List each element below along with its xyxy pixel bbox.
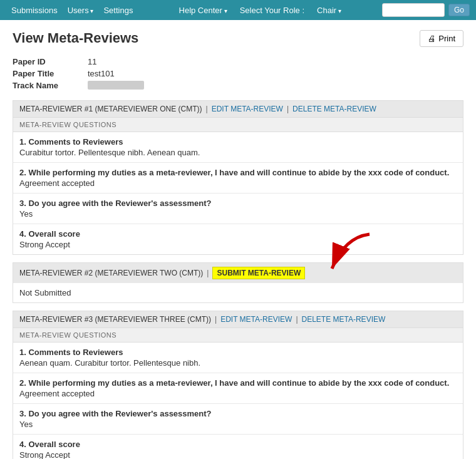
reviewer-section-3: META-REVIEWER #3 (METAREVIEWER THREE (CM…	[13, 311, 463, 459]
nav-search-input[interactable]	[382, 3, 445, 17]
r1-question-3: 3. Do you agree with the Reviewer's asse…	[13, 193, 463, 224]
paper-id-label: Paper ID	[13, 57, 88, 66]
paper-info: Paper ID 11 Paper Title test101 Track Na…	[13, 57, 463, 90]
r1-q4-text: 4. Overall score	[19, 229, 457, 239]
paper-title-value: test101	[88, 69, 115, 78]
r3-q2-text: 2. While performing my duties as a meta-…	[19, 378, 457, 388]
reviewer-3-sep2: |	[296, 315, 298, 324]
paper-title-row: Paper Title test101	[13, 69, 463, 78]
r3-q4-text: 4. Overall score	[19, 440, 457, 449]
reviewer-2-header: META-REVIEWER #2 (METAREVIEWER TWO (CMT)…	[13, 263, 463, 283]
r3-question-3: 3. Do you agree with the Reviewer's asse…	[13, 404, 463, 435]
paper-id-row: Paper ID 11	[13, 57, 463, 66]
nav-users[interactable]: Users	[63, 6, 99, 15]
reviewer-1-delete-link[interactable]: DELETE META-REVIEW	[292, 105, 376, 113]
reviewer-3-edit-link[interactable]: EDIT META-REVIEW	[220, 315, 292, 324]
page-header: View Meta-Reviews 🖨 Print	[13, 30, 463, 47]
r1-question-1: 1. Comments to Reviewers Curabitur torto…	[13, 132, 463, 163]
r1-q1-text: 1. Comments to Reviewers	[19, 137, 457, 147]
r3-q3-answer: Yes	[19, 420, 457, 429]
reviewer-1-header: META-REVIEWER #1 (METAREVIEWER ONE (CMT)…	[13, 101, 463, 117]
r1-q1-answer: Curabitur tortor. Pellentesque nibh. Aen…	[19, 148, 457, 157]
printer-icon: 🖨	[428, 34, 436, 43]
nav-center: Help Center Select Your Role : Chair	[174, 6, 346, 15]
r3-q3-text: 3. Do you agree with the Reviewer's asse…	[19, 409, 457, 418]
reviewer-1-sep2: |	[287, 105, 289, 113]
nav-submissions[interactable]: Submissions	[6, 6, 63, 15]
nav-right: Go	[382, 3, 470, 17]
nav-chair[interactable]: Chair	[312, 6, 346, 15]
reviewer-1-name: META-REVIEWER #1 (METAREVIEWER ONE (CMT)…	[19, 105, 202, 113]
reviewer-2-submit-link[interactable]: SUBMIT META-REVIEW	[212, 267, 305, 279]
reviewer-2-wrapper: META-REVIEWER #2 (METAREVIEWER TWO (CMT)…	[13, 262, 463, 303]
nav-left: Submissions Users Settings	[6, 6, 138, 15]
print-label: Print	[438, 34, 455, 43]
r1-q3-answer: Yes	[19, 209, 457, 219]
r3-question-2: 2. While performing my duties as a meta-…	[13, 373, 463, 404]
nav-select-role-label: Select Your Role :	[235, 6, 309, 15]
r3-q2-answer: Agreement accepted	[19, 389, 457, 398]
track-name-label: Track Name	[13, 81, 88, 90]
r3-question-1: 1. Comments to Reviewers Aenean quam. Cu…	[13, 343, 463, 373]
r3-q4-answer: Strong Accept	[19, 450, 457, 459]
reviewer-3-questions: META-REVIEW QUESTIONS 1. Comments to Rev…	[13, 327, 463, 459]
r1-q3-text: 3. Do you agree with the Reviewer's asse…	[19, 199, 457, 208]
reviewer-2-not-submitted: Not Submitted	[13, 283, 463, 302]
nav-settings[interactable]: Settings	[98, 6, 138, 15]
reviewer-1-questions-header: META-REVIEW QUESTIONS	[13, 118, 463, 132]
reviewer-section-2: META-REVIEWER #2 (METAREVIEWER TWO (CMT)…	[13, 262, 463, 303]
reviewer-3-header: META-REVIEWER #3 (METAREVIEWER THREE (CM…	[13, 311, 463, 327]
r1-q4-answer: Strong Accept	[19, 240, 457, 249]
paper-id-value: 11	[88, 57, 96, 66]
navbar: Submissions Users Settings Help Center S…	[0, 0, 476, 20]
reviewer-2-name: META-REVIEWER #2 (METAREVIEWER TWO (CMT)…	[19, 269, 203, 277]
reviewer-3-name: META-REVIEWER #3 (METAREVIEWER THREE (CM…	[19, 315, 211, 324]
reviewer-1-sep: |	[206, 105, 208, 113]
r1-q2-text: 2. While performing my duties as a meta-…	[19, 168, 457, 177]
r3-q1-text: 1. Comments to Reviewers	[19, 348, 457, 357]
track-name-value	[88, 81, 144, 90]
reviewer-3-questions-header: META-REVIEW QUESTIONS	[13, 328, 463, 343]
nav-help-center[interactable]: Help Center	[174, 6, 232, 15]
reviewer-1-questions: META-REVIEW QUESTIONS 1. Comments to Rev…	[13, 117, 463, 254]
r3-question-4: 4. Overall score Strong Accept	[13, 435, 463, 459]
r1-q2-answer: Agreement accepted	[19, 178, 457, 188]
reviewer-3-delete-link[interactable]: DELETE META-REVIEW	[302, 315, 386, 324]
reviewer-1-edit-link[interactable]: EDIT META-REVIEW	[212, 105, 283, 113]
reviewer-section-1: META-REVIEWER #1 (METAREVIEWER ONE (CMT)…	[13, 100, 463, 255]
r1-question-2: 2. While performing my duties as a meta-…	[13, 163, 463, 193]
r1-question-4: 4. Overall score Strong Accept	[13, 224, 463, 254]
main-content: View Meta-Reviews 🖨 Print Paper ID 11 Pa…	[0, 20, 476, 459]
track-name-row: Track Name	[13, 81, 463, 90]
r3-q1-answer: Aenean quam. Curabitur tortor. Pellentes…	[19, 358, 457, 368]
reviewer-2-sep: |	[207, 269, 209, 277]
nav-go-button[interactable]: Go	[448, 4, 470, 16]
paper-title-label: Paper Title	[13, 69, 88, 78]
page-title: View Meta-Reviews	[13, 30, 138, 46]
reviewer-3-sep: |	[215, 315, 217, 324]
print-button[interactable]: 🖨 Print	[420, 30, 463, 47]
